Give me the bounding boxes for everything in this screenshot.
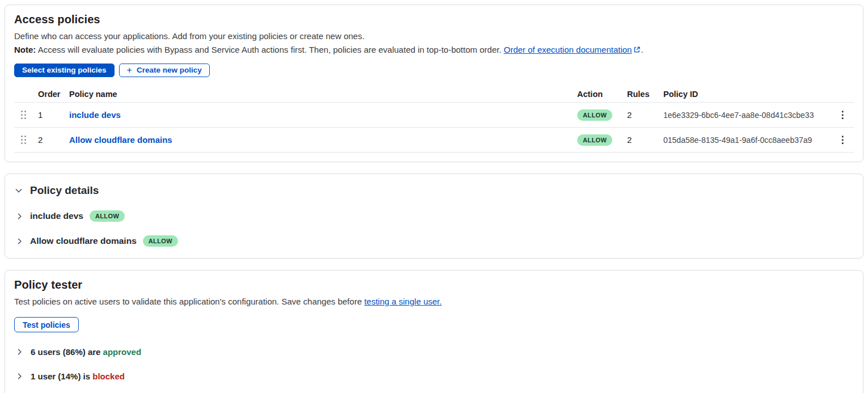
header-policy-id: Policy ID bbox=[663, 90, 831, 99]
tester-result-approved[interactable]: 6 users (86%) are approved bbox=[15, 347, 854, 357]
header-rules: Rules bbox=[627, 90, 663, 99]
policy-tester-description: Test policies on active users to validat… bbox=[14, 295, 854, 309]
drag-handle-icon[interactable] bbox=[21, 136, 27, 145]
result-text: 1 user (14%) is blocked bbox=[31, 371, 125, 381]
create-new-policy-button[interactable]: + Create new policy bbox=[119, 64, 210, 77]
result-status: blocked bbox=[92, 371, 125, 381]
policy-detail-item[interactable]: include devs ALLOW bbox=[15, 210, 854, 222]
external-link-icon bbox=[633, 46, 641, 53]
result-status: approved bbox=[103, 347, 142, 357]
order-of-execution-link[interactable]: Order of execution documentation bbox=[503, 45, 641, 54]
row-order: 1 bbox=[38, 110, 69, 120]
test-policies-button[interactable]: Test policies bbox=[14, 317, 79, 332]
result-text: 6 users (86%) are approved bbox=[31, 347, 141, 357]
page: Access policies Define who can access yo… bbox=[0, 0, 868, 393]
table-row: 2 Allow cloudflare domains ALLOW 2 015da… bbox=[14, 128, 854, 153]
action-badge: ALLOW bbox=[90, 210, 125, 222]
note-suffix: . bbox=[641, 45, 643, 54]
chevron-right-icon bbox=[15, 212, 24, 221]
select-existing-policies-button[interactable]: Select existing policies bbox=[14, 64, 115, 77]
policy-name-link[interactable]: Allow cloudflare domains bbox=[69, 135, 172, 145]
row-rules: 2 bbox=[627, 135, 663, 145]
testing-single-user-link[interactable]: testing a single user. bbox=[364, 297, 442, 306]
policy-detail-item[interactable]: Allow cloudflare domains ALLOW bbox=[15, 235, 854, 247]
row-order: 2 bbox=[38, 135, 69, 145]
kebab-menu-icon[interactable]: ⋮ bbox=[835, 133, 851, 147]
header-policy-name: Policy name bbox=[69, 90, 577, 99]
policy-detail-name: Allow cloudflare domains bbox=[30, 236, 137, 246]
action-badge: ALLOW bbox=[143, 235, 178, 247]
action-badge: ALLOW bbox=[577, 109, 612, 121]
kebab-menu-icon[interactable]: ⋮ bbox=[835, 108, 851, 122]
row-rules: 2 bbox=[627, 110, 663, 120]
policies-table-header: Order Policy name Action Rules Policy ID bbox=[14, 86, 854, 103]
row-policy-id: 015da58e-8135-49a1-9a6f-0cc8aeeb37a9 bbox=[663, 136, 831, 145]
row-policy-id: 1e6e3329-6bc6-4ee7-aa8e-08d41c3cbe33 bbox=[663, 111, 831, 120]
header-order: Order bbox=[38, 90, 69, 99]
policies-table: Order Policy name Action Rules Policy ID… bbox=[14, 86, 854, 153]
chevron-right-icon bbox=[15, 372, 24, 381]
note-label: Note: bbox=[14, 45, 36, 54]
chevron-right-icon bbox=[15, 348, 24, 356]
access-policies-note: Note: Access will evaluate policies with… bbox=[14, 43, 854, 57]
table-row: 1 include devs ALLOW 2 1e6e3329-6bc6-4ee… bbox=[14, 103, 854, 128]
policy-details-toggle[interactable]: Policy details bbox=[14, 184, 854, 197]
policy-name-link[interactable]: include devs bbox=[69, 110, 121, 120]
policy-tester-card: Policy tester Test policies on active us… bbox=[5, 270, 863, 393]
tester-result-blocked[interactable]: 1 user (14%) is blocked bbox=[15, 371, 854, 381]
policy-details-title: Policy details bbox=[30, 184, 99, 197]
access-policies-card: Access policies Define who can access yo… bbox=[5, 5, 863, 162]
action-badge: ALLOW bbox=[577, 134, 612, 146]
drag-handle-icon[interactable] bbox=[21, 111, 27, 120]
chevron-down-icon bbox=[14, 186, 23, 195]
access-policies-description: Define who can access your applications.… bbox=[14, 29, 854, 43]
header-action: Action bbox=[577, 90, 627, 99]
policy-detail-name: include devs bbox=[30, 211, 83, 221]
policy-tester-title: Policy tester bbox=[14, 278, 854, 291]
policy-buttons-row: Select existing policies + Create new po… bbox=[14, 64, 854, 77]
policy-details-card: Policy details include devs ALLOW Allow … bbox=[5, 174, 863, 259]
chevron-right-icon bbox=[15, 237, 24, 246]
plus-icon: + bbox=[127, 66, 132, 75]
access-policies-title: Access policies bbox=[14, 13, 854, 26]
note-text: Access will evaluate policies with Bypas… bbox=[38, 45, 502, 54]
